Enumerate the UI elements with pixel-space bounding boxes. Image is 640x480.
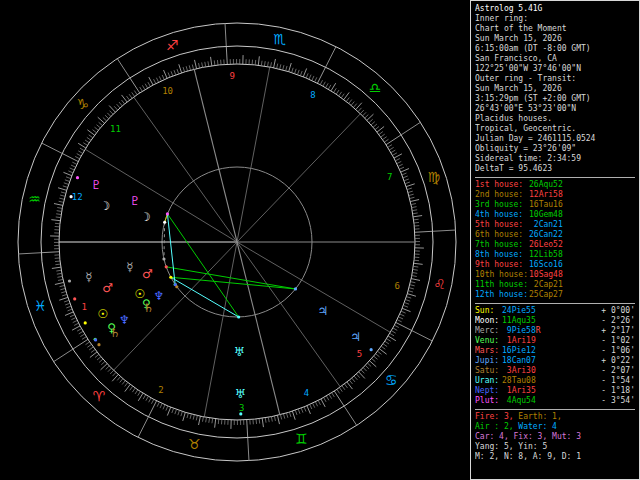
degree-tick (408, 191, 413, 192)
degree-tick (54, 204, 63, 206)
degree-tick (409, 194, 414, 195)
degree-tick (372, 358, 376, 361)
house-row: 1st house:26Aqu52 (475, 180, 635, 190)
degree-tick (374, 356, 378, 359)
planet-glyph: ☉ (97, 307, 108, 321)
degree-tick (79, 331, 83, 334)
degree-tick (211, 57, 212, 66)
degree-tick (179, 64, 182, 73)
house-number: 3 (239, 403, 244, 413)
aspect-line (171, 277, 296, 289)
degree-tick (346, 98, 349, 102)
house-cusp-line (85, 149, 237, 242)
degree-tick (206, 417, 207, 422)
retrograde-marker (536, 396, 542, 406)
degree-tick (187, 413, 188, 418)
degree-tick (56, 217, 61, 218)
degree-tick (326, 396, 329, 400)
degree-tick (306, 73, 308, 78)
degree-tick (344, 384, 347, 388)
degree-tick (77, 154, 81, 156)
degree-tick (97, 125, 101, 128)
degree-tick (339, 92, 342, 96)
zodiac-sign-glyph: ♎ (369, 80, 382, 96)
degree-tick (148, 401, 156, 417)
degree-tick (367, 363, 371, 366)
degree-tick (199, 63, 200, 68)
degree-tick (85, 140, 89, 143)
degree-tick (93, 130, 97, 133)
zodiac-sign-glyph: ♈ (93, 388, 106, 404)
degree-tick (262, 418, 263, 427)
panel-header-line: Sidereal time: 2:34:59 (475, 154, 635, 164)
degree-tick (146, 396, 148, 400)
house-cusp-value: 25Cap27 (529, 290, 563, 300)
planet-name: Moon: (475, 316, 502, 326)
degree-tick (167, 407, 170, 415)
degree-tick (83, 143, 87, 146)
degree-tick (193, 415, 194, 420)
degree-tick (295, 410, 297, 415)
planet-velocity: + 0°00' (601, 306, 635, 316)
planet-glyph: ♃ (350, 330, 361, 344)
degree-tick (392, 153, 396, 155)
degree-tick (58, 279, 63, 280)
sign-boundary-line (326, 47, 336, 68)
sign-boundary-line (225, 23, 226, 46)
panel-header-line: Obliquity = 23°26'09" (475, 144, 635, 154)
house-row: 8th house:12Lib58 (475, 250, 635, 260)
summary-line: Fire: 3, Earth: 1, (475, 412, 635, 422)
house-label: 10th house: (475, 270, 529, 280)
planet-row: Venu: 1Ari19 - 1°02' (475, 336, 635, 346)
degree-tick (383, 344, 387, 347)
degree-tick (57, 207, 62, 208)
panel-header-line: Sun March 15, 2026 (475, 84, 635, 94)
degree-tick (168, 72, 170, 77)
degree-tick (402, 308, 410, 311)
degree-tick (186, 66, 187, 71)
planet-row: Mars:16Pie12 - 1°06' (475, 346, 635, 356)
aspect-line (171, 277, 239, 317)
degree-tick (80, 334, 84, 337)
planet-degree-dot (370, 348, 373, 351)
degree-tick (313, 403, 315, 408)
planet-name: Mars: (475, 346, 502, 356)
degree-tick (376, 354, 380, 357)
degree-tick (351, 102, 354, 106)
degree-tick (310, 404, 312, 409)
degree-tick (75, 156, 79, 158)
planet-position: 18Can07 (502, 356, 536, 366)
degree-tick (135, 390, 138, 394)
degree-tick (177, 69, 179, 74)
panel-header-line: San Francisco, CA (475, 54, 635, 64)
house-cusp-value: 26Can22 (529, 230, 563, 240)
degree-tick (271, 62, 272, 67)
degree-tick (97, 357, 101, 360)
house-row: 10th house:10Sag48 (475, 270, 635, 280)
degree-tick (62, 153, 78, 161)
degree-tick (414, 263, 423, 264)
degree-tick (398, 317, 403, 319)
degree-tick (99, 359, 103, 362)
degree-tick (166, 406, 168, 411)
degree-tick (190, 414, 191, 419)
planet-name: Venu: (475, 336, 502, 346)
degree-tick (65, 303, 70, 305)
planet-row: Plut: 4Aqu54 - 3°54' (475, 396, 635, 406)
degree-tick (174, 70, 176, 75)
degree-tick (256, 419, 257, 424)
degree-tick (298, 409, 300, 414)
degree-tick (192, 65, 193, 70)
planet-glyph: ♅ (235, 387, 246, 401)
planet-row: Uran:28Tau08 - 1°54' (475, 376, 635, 386)
degree-tick (324, 397, 326, 401)
planet-position: 4Aqu54 (502, 396, 536, 406)
degree-tick (65, 312, 73, 316)
degree-tick (398, 164, 403, 166)
degree-tick (67, 309, 72, 311)
degree-tick (394, 154, 402, 158)
house-label: 12th house: (475, 290, 529, 300)
degree-tick (172, 408, 174, 413)
degree-tick (396, 322, 412, 330)
house-number: 9 (229, 71, 234, 81)
